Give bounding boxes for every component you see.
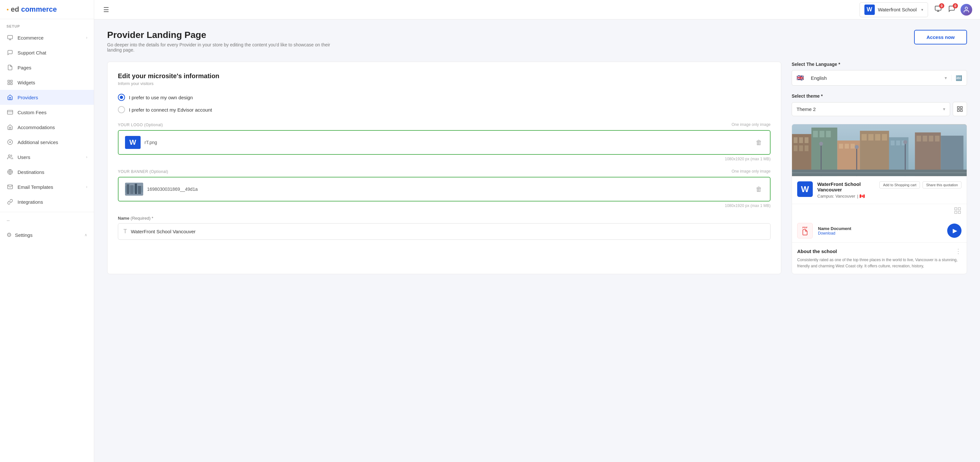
sidebar-item-accommodations[interactable]: Accommodations (0, 120, 94, 135)
svg-rect-72 (958, 208, 961, 210)
theme-row: Theme 2 ▾ (792, 102, 967, 116)
email-templates-icon (6, 183, 14, 191)
edit-section-title: Edit your microsite's information (118, 72, 770, 80)
svg-rect-3 (8, 80, 10, 82)
share-quotation-button[interactable]: Share this quotation (923, 181, 961, 189)
flag-ca-icon: | 🇨🇦 (857, 194, 865, 198)
radio-own-design-circle (118, 94, 125, 101)
grid-layout-icon[interactable] (954, 207, 961, 216)
sidebar-item-ecommerce[interactable]: Ecommerce › (0, 30, 94, 45)
radio-edvisor[interactable]: I prefer to connect my Edvisor account (118, 106, 770, 113)
accommodations-icon (6, 124, 14, 131)
sidebar-item-integrations[interactable]: Integrations (0, 194, 94, 209)
about-header: About the school ⋮ (797, 247, 961, 255)
logo-upload-box[interactable]: W rT.png 🗑 (118, 130, 770, 155)
page-title: Provider Landing Page (107, 30, 334, 40)
preview-banner (792, 124, 967, 176)
ecommerce-icon (6, 34, 14, 41)
banner-delete-button[interactable]: 🗑 (754, 184, 764, 194)
svg-rect-73 (958, 211, 961, 213)
svg-point-18 (965, 7, 967, 9)
svg-rect-28 (958, 110, 959, 112)
language-translate-icon: 🔤 (951, 75, 967, 81)
sidebar-item-users[interactable]: Users › (0, 149, 94, 165)
ecommerce-chevron-icon: › (86, 35, 88, 40)
about-menu-icon[interactable]: ⋮ (955, 247, 961, 255)
radio-own-design[interactable]: I prefer to use my own design (118, 94, 770, 101)
ecommerce-label: Ecommerce (18, 35, 82, 41)
language-flag-icon: 🇬🇧 (792, 70, 808, 85)
notification-badge: 0 (939, 3, 944, 8)
sidebar-item-pages[interactable]: Pages (0, 60, 94, 75)
preview-doc-section: PDF Name Document Download ▶ (792, 219, 967, 243)
sidebar-item-additional-services[interactable]: Additional services (0, 135, 94, 149)
logo-size-hint: 1080x1920 px (max 1 MB) (118, 157, 770, 161)
school-dropdown-icon: ▾ (921, 8, 923, 12)
banner-size-hint: 1080x1920 px (max 1 MB) (118, 203, 770, 208)
preview-about-section: About the school ⋮ Consistently rated as… (792, 243, 967, 274)
logo-upload-section: YOUR LOGO (Optional) One image only imag… (118, 122, 770, 161)
sidebar-item-providers[interactable]: Providers (0, 90, 94, 105)
doc-info: Name Document Download (818, 226, 942, 235)
sidebar-settings[interactable]: ⚙ Settings ∧ (0, 227, 94, 243)
access-now-button[interactable]: Access now (914, 30, 967, 44)
notifications-button[interactable]: 0 (933, 4, 943, 15)
sidebar-item-destinations[interactable]: Destinations (0, 165, 94, 179)
logo-commerce: commerce (21, 5, 57, 14)
about-text: Consistently rated as one of the top thr… (797, 257, 961, 269)
theme-chevron-icon: ▾ (939, 106, 950, 112)
chat-button[interactable]: 0 (947, 4, 957, 15)
theme-select[interactable]: Theme 2 (792, 103, 939, 116)
banner-upload-label: YOUR BANNER (Optional) (118, 169, 168, 174)
svg-rect-6 (8, 83, 10, 85)
sidebar-item-widgets[interactable]: Widgets (0, 75, 94, 90)
radio-edvisor-label: I prefer to connect my Edvisor account (129, 107, 212, 113)
svg-point-12 (8, 155, 10, 157)
page-header: Provider Landing Page Go deeper into the… (107, 30, 967, 52)
sidebar-item-support-chat[interactable]: Support Chat (0, 45, 94, 60)
hamburger-button[interactable]: ☰ (102, 5, 110, 15)
name-input[interactable] (131, 229, 765, 234)
svg-rect-23 (135, 184, 137, 194)
preview-school-details: WaterFront School Vancouver Campus: Vanc… (817, 181, 875, 198)
name-input-box: T (118, 223, 770, 240)
svg-rect-0 (8, 35, 13, 39)
content-area: Provider Landing Page Go deeper into the… (94, 19, 980, 462)
page-subtitle: Go deeper into the details for every Pro… (107, 42, 334, 52)
integrations-label: Integrations (18, 199, 88, 205)
banner-upload-box[interactable]: 1698030031869__49d1a 🗑 (118, 177, 770, 202)
add-to-cart-button[interactable]: Add to Shopping cart (879, 181, 920, 189)
settings-label: Settings (15, 232, 32, 238)
language-select[interactable]: English (808, 71, 940, 85)
play-button[interactable]: ▶ (947, 224, 961, 238)
widgets-icon (6, 79, 14, 86)
doc-download-link[interactable]: Download (818, 231, 942, 235)
svg-rect-22 (130, 185, 134, 194)
preview-grid-icon-row (792, 204, 967, 219)
doc-name: Name Document (818, 226, 942, 231)
theme-form-group: Select theme * Theme 2 ▾ (792, 94, 967, 116)
user-avatar[interactable] (961, 4, 972, 16)
logo-thumb: W (125, 136, 141, 149)
right-panel: Select The Language * 🇬🇧 English ▾ 🔤 (792, 62, 967, 274)
svg-rect-74 (955, 211, 957, 213)
destinations-label: Destinations (18, 169, 88, 175)
radio-group: I prefer to use my own design I prefer t… (118, 94, 770, 113)
svg-rect-26 (961, 107, 963, 109)
svg-rect-68 (792, 124, 967, 176)
language-label: Select The Language * (792, 62, 967, 67)
school-selector[interactable]: W Waterfront School ▾ (859, 2, 928, 17)
logo-ed: ed (11, 5, 19, 14)
email-templates-chevron-icon: › (86, 184, 88, 189)
svg-rect-21 (127, 184, 129, 194)
logo-delete-button[interactable]: 🗑 (754, 138, 764, 148)
radio-own-design-label: I prefer to use my own design (129, 95, 193, 100)
name-input-icon: T (123, 228, 127, 235)
sidebar-minus-icon: − (0, 215, 94, 227)
sidebar-item-custom-fees[interactable]: Custom Fees (0, 105, 94, 120)
sidebar-item-email-templates[interactable]: Email Templates › (0, 179, 94, 194)
users-chevron-icon: › (86, 155, 88, 159)
layout-icon-button[interactable] (953, 102, 967, 116)
svg-rect-70 (792, 172, 967, 173)
svg-rect-4 (11, 80, 12, 82)
